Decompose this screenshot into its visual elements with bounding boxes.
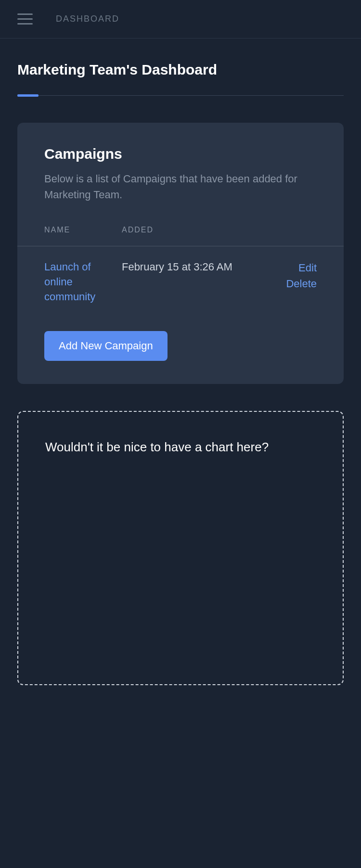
hamburger-menu-icon[interactable]	[17, 13, 33, 25]
chart-placeholder-text: Wouldn't it be nice to have a chart here…	[45, 438, 316, 457]
app-header: DASHBOARD	[0, 0, 361, 38]
edit-link[interactable]: Edit	[236, 260, 317, 276]
dashboard-nav-link[interactable]: DASHBOARD	[56, 14, 119, 24]
campaigns-card-description: Below is a list of Campaigns that have b…	[44, 171, 317, 203]
delete-link[interactable]: Delete	[236, 276, 317, 292]
campaign-name-link[interactable]: Launch of online community	[44, 260, 122, 304]
page-title: Marketing Team's Dashboard	[17, 62, 344, 78]
campaigns-card: Campaigns Below is a list of Campaigns t…	[17, 123, 344, 384]
campaigns-card-title: Campaigns	[44, 146, 317, 162]
add-new-campaign-button[interactable]: Add New Campaign	[44, 331, 168, 361]
campaigns-table: NAME ADDED Launch of online community Fe…	[17, 226, 344, 318]
table-row: Launch of online community February 15 a…	[17, 246, 344, 318]
column-header-name: NAME	[17, 226, 122, 246]
column-header-added: ADDED	[122, 226, 236, 246]
chart-placeholder-card: Wouldn't it be nice to have a chart here…	[17, 411, 344, 685]
campaign-added-date: February 15 at 3:26 AM	[122, 260, 236, 275]
column-header-actions	[236, 226, 344, 246]
title-underline	[17, 95, 344, 96]
main-content: Marketing Team's Dashboard Campaigns Bel…	[0, 38, 361, 702]
